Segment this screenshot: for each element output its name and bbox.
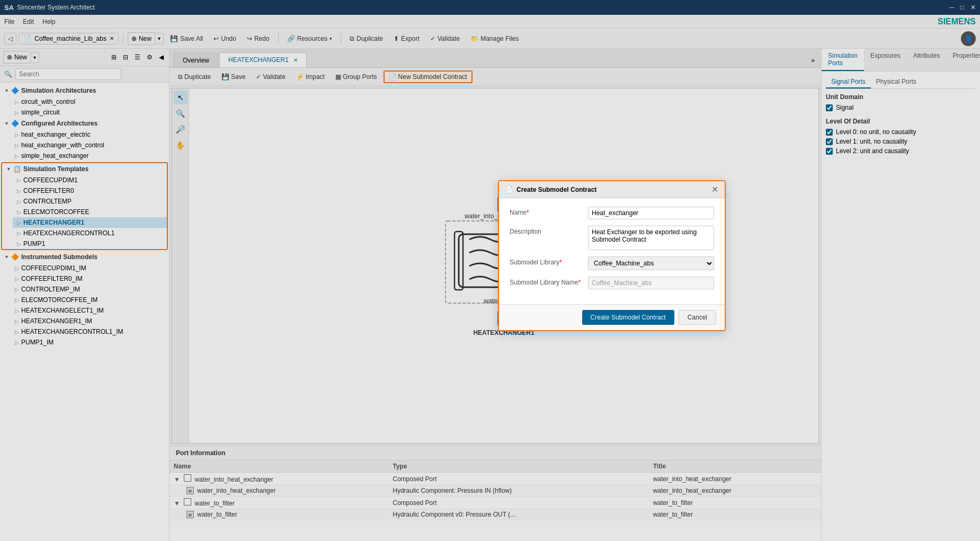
- form-name-row: Name*: [510, 207, 714, 219]
- form-library-name-row: Submodel Library Name*: [510, 277, 714, 289]
- required-asterisk: *: [527, 209, 529, 216]
- form-description-textarea[interactable]: Heat Exchanger to be exported using Subm…: [588, 226, 714, 250]
- form-library-name-input[interactable]: [588, 277, 714, 289]
- dialog-body: Name* Description Heat Exchanger to be e…: [499, 198, 725, 304]
- form-description-row: Description Heat Exchanger to be exporte…: [510, 226, 714, 250]
- form-library-label: Submodel Library*: [510, 256, 584, 266]
- dialog-footer: Create Submodel Contract Cancel: [499, 304, 725, 330]
- dialog-title: 📄 Create Submodel Contract: [505, 186, 596, 193]
- dialog-overlay: 📄 Create Submodel Contract ✕ Name* Descr…: [0, 0, 980, 541]
- form-name-input[interactable]: [588, 207, 714, 219]
- form-library-name-label: Submodel Library Name*: [510, 277, 584, 286]
- dialog-close-button[interactable]: ✕: [711, 184, 718, 194]
- dialog-title-label: Create Submodel Contract: [516, 186, 596, 193]
- dialog-title-bar: 📄 Create Submodel Contract ✕: [499, 181, 725, 198]
- create-submodel-contract-dialog: 📄 Create Submodel Contract ✕ Name* Descr…: [498, 180, 726, 331]
- form-library-select[interactable]: Coffee_Machine_abs: [588, 256, 714, 270]
- required-asterisk: *: [559, 259, 562, 266]
- form-description-label: Description: [510, 226, 584, 235]
- required-asterisk: *: [578, 279, 581, 286]
- create-submodel-contract-button[interactable]: Create Submodel Contract: [582, 310, 674, 325]
- dialog-icon: 📄: [505, 186, 513, 193]
- form-name-label: Name*: [510, 207, 584, 216]
- cancel-button[interactable]: Cancel: [679, 310, 716, 325]
- form-library-row: Submodel Library* Coffee_Machine_abs: [510, 256, 714, 270]
